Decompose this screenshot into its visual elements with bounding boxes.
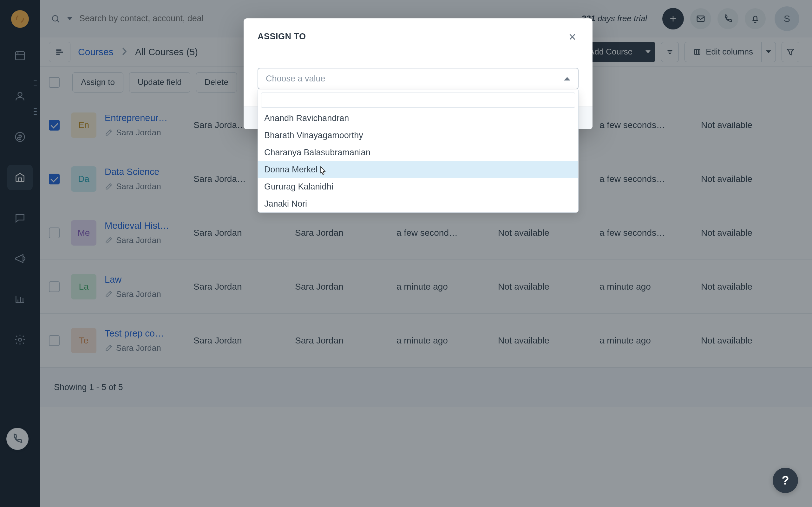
chevron-up-icon (564, 77, 570, 80)
modal-close-button[interactable]: × (566, 28, 578, 46)
combobox-option[interactable]: Janaki Nori (258, 195, 578, 212)
combobox-option[interactable]: Gururag Kalanidhi (258, 178, 578, 195)
help-button[interactable]: ? (773, 468, 798, 493)
modal-title: ASSIGN TO (258, 32, 306, 42)
combobox-option[interactable]: Donna Merkel (258, 161, 578, 178)
assignee-combobox: Choose a value Anandh RavichandranBharat… (258, 68, 578, 89)
combobox-option[interactable]: Charanya Balasubramanian (258, 144, 578, 161)
combobox-listbox: Anandh RavichandranBharath Vinayagamoort… (258, 90, 578, 213)
modal-header: ASSIGN TO × (244, 18, 593, 55)
pointer-cursor-icon (318, 166, 327, 177)
combobox-field[interactable]: Choose a value (258, 68, 578, 89)
combobox-search-input[interactable] (261, 93, 575, 108)
assign-to-modal: ASSIGN TO × Choose a value Anandh Ravich… (244, 18, 593, 129)
modal-body: Choose a value Anandh RavichandranBharat… (244, 55, 593, 107)
combobox-option[interactable]: Anandh Ravichandran (258, 110, 578, 127)
combobox-placeholder: Choose a value (266, 74, 325, 83)
combobox-option[interactable]: Bharath Vinayagamoorthy (258, 127, 578, 144)
